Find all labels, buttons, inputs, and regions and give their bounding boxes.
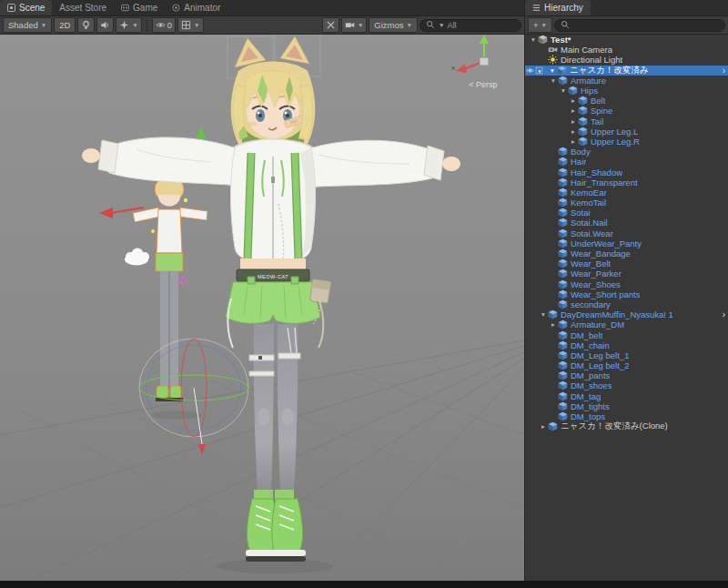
pick-icon[interactable]: [535, 66, 543, 75]
expand-arrow-icon[interactable]: ▸: [549, 319, 558, 329]
expand-arrow-icon[interactable]: ▸: [569, 117, 578, 127]
open-prefab-arrow[interactable]: ›: [723, 66, 725, 76]
hierarchy-row[interactable]: ▸Upper Leg.R: [525, 137, 728, 147]
hierarchy-row[interactable]: Wear_Parker: [525, 269, 728, 279]
scene-camera-dropdown[interactable]: ▼: [341, 17, 367, 33]
hierarchy-search-input[interactable]: [554, 19, 725, 32]
prefab-cube-icon: [568, 86, 578, 96]
gizmos-dropdown[interactable]: Gizmos▼: [369, 17, 418, 33]
scene-search-input[interactable]: ▼ All: [420, 19, 521, 32]
prefab-cube-icon: [558, 380, 568, 390]
collapse-arrow-icon[interactable]: ▾: [529, 35, 538, 45]
audio-toggle-button[interactable]: [96, 17, 114, 33]
hierarchy-row[interactable]: secondary: [525, 299, 728, 309]
hierarchy-row[interactable]: KemoEar: [525, 188, 728, 198]
hierarchy-row[interactable]: DM_tag: [525, 391, 728, 401]
hierarchy-row[interactable]: Hair: [525, 157, 728, 167]
collapse-arrow-icon[interactable]: ▾: [559, 86, 568, 96]
effects-dropdown[interactable]: ▼: [116, 17, 141, 33]
prefab-cube-icon: [558, 157, 568, 167]
hierarchy-tabbar: Hierarchy: [525, 0, 728, 16]
tab-asset-store[interactable]: Asset Store: [52, 0, 114, 15]
tab-game[interactable]: Game: [114, 0, 165, 15]
tab-scene-label: Scene: [19, 3, 45, 13]
grid-dropdown[interactable]: ▼: [177, 17, 203, 33]
hierarchy-row[interactable]: ▸Armature_DM: [525, 319, 728, 329]
scene-viewport[interactable]: MEOW-CAT: [0, 35, 524, 581]
expand-arrow-icon[interactable]: ▸: [569, 106, 578, 116]
prefab-cube-icon: [558, 188, 568, 198]
axis-x-label: x: [451, 64, 455, 72]
hierarchy-row[interactable]: DM_Leg belt_1: [525, 350, 728, 360]
hierarchy-row[interactable]: UnderWear_Panty: [525, 238, 728, 248]
collapse-arrow-icon[interactable]: ▾: [548, 66, 557, 76]
expand-arrow-icon[interactable]: ▸: [569, 96, 578, 106]
hierarchy-row[interactable]: Sotai: [525, 208, 728, 218]
hierarchy-row[interactable]: KemoTail: [525, 198, 728, 208]
hierarchy-row[interactable]: DM_tights: [525, 401, 728, 411]
hierarchy-row[interactable]: Wear_Shoes: [525, 279, 728, 289]
window-bottom-edge: [0, 581, 728, 588]
eye-icon[interactable]: [526, 66, 534, 75]
hierarchy-row[interactable]: Wear_Belt: [525, 259, 728, 269]
hierarchy-row[interactable]: ▸Tail: [525, 117, 728, 127]
open-prefab-arrow[interactable]: ›: [723, 309, 725, 319]
hierarchy-item-label: Tail: [591, 117, 603, 127]
tab-game-label: Game: [133, 3, 157, 13]
hierarchy-item-label: Sotai.Wear: [571, 228, 613, 238]
hierarchy-item-label: ニャスカ！改変済み(Clone): [561, 421, 668, 432]
persp-label[interactable]: < Persp: [469, 80, 497, 89]
hierarchy-row[interactable]: Sotai.Wear: [525, 228, 728, 238]
create-object-button[interactable]: +▼: [528, 17, 552, 33]
hierarchy-row[interactable]: ▸Upper Leg.L: [525, 127, 728, 137]
collapse-arrow-icon[interactable]: ▾: [539, 309, 548, 319]
hierarchy-row[interactable]: Sotai.Nail: [525, 218, 728, 228]
visibility-gutter[interactable]: [526, 66, 543, 75]
scene-visibility-toggle[interactable]: 0: [152, 17, 176, 33]
hierarchy-item-label: Belt: [591, 96, 605, 106]
hierarchy-row[interactable]: ▾DayDreamMuffin_Nyasuka! 1›: [525, 309, 728, 319]
tab-animator[interactable]: Animator: [165, 0, 228, 15]
hierarchy-row[interactable]: Main Camera: [525, 45, 728, 55]
hierarchy-item-label: Upper Leg.L: [591, 127, 638, 137]
expand-arrow-icon[interactable]: ▸: [569, 127, 578, 137]
hierarchy-item-label: Body: [571, 147, 591, 157]
hierarchy-row[interactable]: DM_pants: [525, 370, 728, 380]
shading-mode-dropdown[interactable]: Shaded▼: [3, 17, 52, 33]
hierarchy-row[interactable]: Wear_Short pants: [525, 289, 728, 299]
hierarchy-row[interactable]: Hair_Shadow: [525, 167, 728, 177]
chevron-down-icon: ▼: [132, 22, 137, 28]
lighting-toggle-button[interactable]: [77, 17, 95, 33]
scene-tools-button[interactable]: [322, 17, 339, 33]
prefab-cube-icon: [558, 259, 568, 269]
prefab-cube-icon: [558, 401, 568, 411]
hierarchy-row[interactable]: ▾Test*: [525, 35, 728, 45]
hierarchy-item-label: DM_shoes: [571, 380, 612, 390]
hierarchy-row[interactable]: ▾ニャスカ！改変済み›: [525, 66, 728, 76]
search-icon: [426, 20, 435, 31]
prefab-cube-icon: [578, 137, 588, 147]
hierarchy-row[interactable]: ▸Spine: [525, 106, 728, 116]
hierarchy-row[interactable]: ▾Armature: [525, 76, 728, 86]
expand-arrow-icon[interactable]: ▸: [539, 421, 548, 431]
prefab-cube-icon: [558, 340, 568, 350]
2d-toggle-button[interactable]: 2D: [54, 17, 76, 33]
hierarchy-row[interactable]: Hair_Transparent: [525, 177, 728, 188]
hierarchy-row[interactable]: Body: [525, 147, 728, 157]
expand-arrow-icon[interactable]: ▸: [569, 137, 578, 147]
hierarchy-row[interactable]: DM_Leg belt_2: [525, 360, 728, 370]
hierarchy-row[interactable]: ▸ニャスカ！改変済み(Clone): [525, 421, 728, 431]
tab-hierarchy[interactable]: Hierarchy: [525, 0, 591, 15]
hierarchy-row[interactable]: DM_belt: [525, 329, 728, 340]
hierarchy-row[interactable]: DM_shoes: [525, 380, 728, 390]
prefab-cube-icon: [558, 350, 568, 360]
collapse-arrow-icon[interactable]: ▾: [549, 76, 558, 86]
hierarchy-row[interactable]: Wear_Bandage: [525, 248, 728, 259]
hierarchy-row[interactable]: DM_chain: [525, 340, 728, 350]
hierarchy-row[interactable]: ▾Hips: [525, 86, 728, 96]
hierarchy-tree: ▾Test*Main CameraDirectional Light▾ニャスカ！…: [525, 35, 728, 581]
scene-search-value: All: [447, 21, 456, 30]
hierarchy-row[interactable]: ▸Belt: [525, 96, 728, 106]
tab-scene[interactable]: Scene: [0, 0, 52, 15]
chevron-down-icon: ▼: [358, 22, 363, 28]
